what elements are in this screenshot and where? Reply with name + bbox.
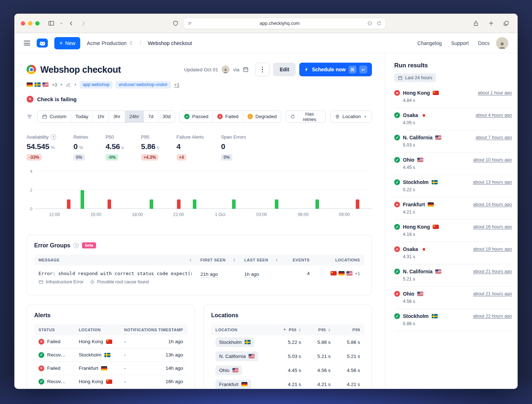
chart-bar-failed[interactable]: [108, 199, 111, 209]
run-timestamp-link[interactable]: about 21 hours ago: [473, 269, 512, 274]
toolbar-dropdown-button[interactable]: [58, 19, 64, 28]
menu-icon[interactable]: [24, 41, 30, 45]
run-result-item[interactable]: Ohio about 21 hours ago 4.56 s: [394, 287, 512, 309]
column-header-p95[interactable]: P95: [305, 324, 335, 335]
location-pill[interactable]: Frankfurt: [215, 380, 251, 389]
zoom-window-button[interactable]: [35, 21, 40, 26]
address-bar[interactable]: app.checklyhq.com: [183, 18, 386, 29]
header-link[interactable]: Changelog: [417, 40, 442, 46]
sort-icon[interactable]: [299, 328, 301, 332]
filter-icon[interactable]: [27, 114, 32, 120]
first-seen-value[interactable]: 21h ago: [200, 271, 218, 278]
run-result-item[interactable]: Hong Kong about 1 hour ago 4.84 s: [394, 86, 512, 108]
chart-bar-passed[interactable]: [81, 190, 84, 209]
column-header-last-seen[interactable]: LAST SEEN: [240, 255, 282, 265]
help-icon[interactable]: [73, 243, 79, 248]
edit-off-icon[interactable]: [65, 82, 71, 87]
run-result-item[interactable]: N. California about 7 hours ago 5.03 s: [394, 130, 512, 153]
location-pill[interactable]: N. California: [215, 351, 258, 361]
close-window-button[interactable]: [21, 21, 25, 26]
time-filter-today[interactable]: Today: [71, 111, 93, 122]
location-filter[interactable]: Location: [331, 111, 372, 122]
new-button[interactable]: New: [54, 37, 80, 49]
alert-row[interactable]: Failed Hong Kong - 1h ago: [34, 335, 187, 349]
chart-bar-passed[interactable]: [232, 199, 236, 209]
share-button[interactable]: [471, 19, 481, 28]
run-result-item[interactable]: Stockholm about 13 hours ago 5.22 s: [394, 175, 512, 197]
project-switcher[interactable]: Acme Production: [87, 40, 133, 46]
run-result-item[interactable]: Osaka about 19 hours ago 4.31 s: [394, 242, 512, 264]
new-tab-button[interactable]: [486, 19, 496, 28]
more-flags[interactable]: +3: [52, 82, 57, 87]
chart-bar-passed[interactable]: [193, 199, 196, 209]
tag[interactable]: enduser:webshop-visitor: [115, 81, 171, 89]
error-group-row[interactable]: Error: should respond with correct statu…: [34, 265, 364, 288]
degraded-filter[interactable]: Degraded: [243, 111, 281, 122]
tab-overview-button[interactable]: [501, 19, 511, 28]
schedule-now-button[interactable]: Schedule now ⌘ ↵: [299, 63, 372, 76]
has-retries-filter[interactable]: Has retries: [286, 111, 326, 122]
edit-button[interactable]: Edit: [273, 63, 295, 76]
column-header-location[interactable]: LOCATION: [74, 324, 120, 335]
failed-filter[interactable]: Failed: [213, 111, 243, 122]
run-timestamp-link[interactable]: about 14 hours ago: [473, 202, 512, 207]
minimize-window-button[interactable]: [28, 21, 32, 26]
run-result-item[interactable]: Osaka about 4 hours ago 4.05 s: [394, 108, 512, 130]
column-header-events[interactable]: EVENTS: [282, 255, 314, 265]
updated-by-avatar[interactable]: [222, 66, 229, 73]
run-timestamp-link[interactable]: about 1 hour ago: [478, 90, 512, 95]
page-settings-icon[interactable]: [366, 20, 373, 27]
run-result-item[interactable]: Hong Kong about 16 hours ago 4.16 s: [394, 220, 512, 242]
alert-row[interactable]: Recov… Hong Kong - 16h ago: [34, 375, 187, 389]
run-timestamp-link[interactable]: about 21 hours ago: [473, 291, 512, 296]
run-timestamp-link[interactable]: about 10 hours ago: [473, 157, 512, 162]
run-timestamp-link[interactable]: about 19 hours ago: [473, 247, 512, 252]
time-filter-24hr[interactable]: 24hr: [125, 111, 144, 122]
checkly-logo[interactable]: [37, 39, 48, 48]
column-header-first-seen[interactable]: FIRST SEEN: [196, 255, 240, 265]
chart-bar-failed[interactable]: [177, 199, 181, 209]
more-locations[interactable]: +1: [355, 271, 360, 276]
sidebar-toggle-button[interactable]: [46, 19, 56, 28]
reader-icon[interactable]: [186, 20, 194, 27]
more-options-button[interactable]: [255, 63, 269, 76]
run-timestamp-link[interactable]: about 13 hours ago: [473, 180, 512, 185]
column-header-locations[interactable]: LOCATIONS: [314, 255, 364, 265]
run-timestamp-link[interactable]: about 22 hours ago: [473, 314, 512, 319]
location-pill[interactable]: Ohio: [215, 365, 242, 375]
sort-icon[interactable]: [233, 258, 236, 262]
column-header-p99[interactable]: P99: [335, 324, 364, 335]
header-link[interactable]: Docs: [478, 40, 490, 46]
run-result-item[interactable]: Ohio about 10 hours ago 4.45 s: [394, 153, 512, 175]
reload-icon[interactable]: [376, 20, 383, 27]
passed-filter[interactable]: Passed: [180, 111, 213, 122]
alert-row[interactable]: Recov… Stockholm - 13h ago: [34, 349, 187, 362]
chart-bar-failed[interactable]: [356, 199, 359, 209]
chart-bar-passed[interactable]: [150, 199, 153, 209]
run-timestamp-link[interactable]: about 4 hours ago: [476, 113, 512, 118]
alert-row[interactable]: Failed Frankfurt - 14h ago: [34, 362, 187, 375]
column-header-notifications[interactable]: NOTIFICATIONS: [120, 324, 156, 335]
sort-icon[interactable]: [328, 328, 331, 332]
header-link[interactable]: Support: [451, 40, 469, 46]
privacy-shield-button[interactable]: [170, 19, 181, 28]
sort-icon[interactable]: [189, 258, 192, 262]
back-button[interactable]: [66, 19, 76, 28]
sort-icon[interactable]: [276, 258, 278, 262]
help-icon[interactable]: [51, 134, 56, 140]
location-pill[interactable]: Stockholm: [215, 337, 254, 347]
column-header-message[interactable]: MESSAGE: [34, 255, 196, 265]
run-timestamp-link[interactable]: about 16 hours ago: [473, 224, 512, 229]
run-result-item[interactable]: Frankfurt about 14 hours ago 4.21 s: [394, 197, 512, 220]
last-seen-value[interactable]: 1h ago: [244, 271, 259, 278]
time-filter-30d[interactable]: 30d: [158, 111, 175, 122]
column-header-location[interactable]: LOCATION: [211, 324, 276, 335]
chart-bar-failed[interactable]: [67, 199, 71, 209]
more-tags-link[interactable]: +1: [174, 82, 179, 87]
time-filter-3hr[interactable]: 3hr: [109, 111, 125, 122]
chart-bar-passed[interactable]: [275, 199, 278, 209]
column-header-p50[interactable]: P50: [276, 324, 305, 335]
user-avatar[interactable]: [496, 37, 508, 49]
tag[interactable]: app:webshop: [79, 81, 113, 89]
forward-button[interactable]: [78, 19, 88, 28]
